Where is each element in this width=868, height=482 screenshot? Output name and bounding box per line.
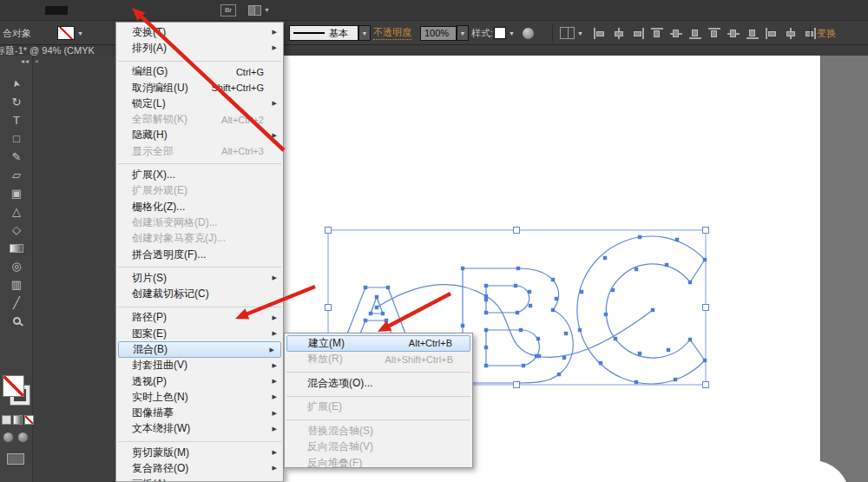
menu-item[interactable]: 取消编组(U) Shift+Ctrl+G — [116, 80, 283, 96]
fill-none-swatch — [57, 26, 75, 40]
shape-builder-tool[interactable]: ◇ — [0, 221, 33, 239]
menu-item[interactable]: 创建渐变网格(D)... — [116, 215, 283, 230]
fill-swatch-none[interactable] — [3, 375, 24, 397]
align-top[interactable] — [650, 28, 664, 39]
drawing-mode-icon[interactable] — [3, 432, 13, 442]
menu-item[interactable]: 反向混合轴(V) — [285, 439, 472, 456]
style-swatch-dropdown[interactable]: ▼ — [494, 21, 515, 45]
menu-item[interactable]: 拼合透明度(F)... — [116, 247, 283, 262]
menu-item[interactable] — [118, 304, 281, 307]
menu-item[interactable]: 排列(A) ▶ — [116, 40, 283, 56]
menu-item[interactable]: 图案(E) ▶ — [116, 326, 283, 341]
rotate-tool[interactable]: ↻ — [0, 93, 33, 111]
distribute-top[interactable] — [707, 28, 721, 39]
menubar-item[interactable] — [0, 6, 23, 15]
menu-item[interactable]: 创建裁切标记(C) — [116, 286, 283, 301]
menubar-item[interactable] — [113, 6, 135, 15]
bridge-icon[interactable]: Br — [220, 4, 236, 17]
menu-item[interactable]: 画板(A) ▶ — [116, 477, 283, 482]
menu-item[interactable]: 透视(P) ▶ — [116, 373, 283, 389]
perspective-grid-tool[interactable]: △ — [0, 202, 33, 221]
menu-item[interactable]: 显示全部 Alt+Ctrl+3 — [116, 143, 283, 159]
menu-item[interactable] — [118, 264, 281, 267]
align-bottom[interactable] — [688, 28, 702, 39]
menu-item[interactable] — [286, 393, 470, 397]
menu-item[interactable]: 建立(M) Alt+Ctrl+B — [286, 335, 470, 352]
menu-item[interactable]: 扩展(X)... — [116, 167, 283, 182]
menu-item[interactable] — [118, 439, 281, 442]
menu-item[interactable]: 锁定(L) ▶ — [116, 96, 283, 111]
fill-color-control[interactable]: ▼ — [57, 21, 83, 45]
menu-item[interactable] — [118, 161, 281, 164]
screen-mode-button[interactable] — [7, 453, 24, 465]
submenu-arrow-icon: ▶ — [273, 465, 277, 472]
menu-item[interactable]: 隐藏(H) ▶ — [116, 128, 283, 143]
menu-item[interactable]: 切片(S) ▶ — [116, 270, 283, 286]
align-h-center[interactable] — [612, 28, 626, 39]
menubar-item[interactable] — [181, 6, 203, 15]
gradient-button[interactable] — [13, 415, 23, 425]
menubar-item[interactable] — [68, 6, 90, 15]
menu-item[interactable]: 封套扭曲(V) ▶ — [116, 358, 283, 373]
menu-item[interactable]: 混合(B) ▶ — [118, 341, 281, 357]
workspace-layout-icon — [248, 5, 261, 16]
panel-close-icon[interactable]: × — [35, 57, 40, 65]
distribute-left[interactable] — [765, 28, 779, 39]
menu-item[interactable]: 编组(G) Ctrl+G — [116, 64, 283, 80]
graph-tool[interactable]: ▥ — [0, 275, 33, 294]
menubar-item[interactable] — [23, 6, 45, 15]
distribute-v-center[interactable] — [727, 28, 740, 39]
selection-tool[interactable]: ➤ — [0, 75, 33, 93]
menubar-item[interactable] — [158, 6, 181, 15]
menu-item[interactable]: 创建对象马赛克(J)... — [116, 231, 283, 247]
gradient-tool[interactable] — [0, 239, 33, 257]
menu-item[interactable]: 扩展(E) — [285, 399, 472, 416]
menubar-item[interactable] — [90, 6, 113, 15]
eraser-tool[interactable]: ▱ — [0, 166, 33, 184]
stroke-preset-dropdown[interactable]: 基本 ▼ — [289, 21, 371, 45]
knife-tool[interactable]: ╱ — [0, 294, 33, 312]
recolor-artwork-button[interactable] — [523, 21, 534, 45]
distribute-bottom[interactable] — [746, 28, 760, 39]
menu-item[interactable]: 混合选项(O)... — [285, 375, 472, 392]
transform-link[interactable]: 变换 — [817, 21, 836, 45]
opacity-value-dropdown[interactable]: 100% ▼ — [420, 21, 469, 45]
align-left[interactable] — [593, 28, 607, 39]
menu-item[interactable] — [286, 417, 470, 420]
align-right[interactable] — [631, 28, 645, 39]
type-tool[interactable]: T — [0, 111, 33, 129]
menu-item[interactable]: 全部解锁(K) Alt+Ctrl+2 — [116, 111, 283, 127]
zoom-tool[interactable] — [0, 312, 33, 330]
document-setup-dropdown[interactable]: ▼ — [560, 21, 583, 45]
menu-item[interactable]: 实时上色(N) ▶ — [116, 389, 283, 405]
menu-item[interactable]: 图像描摹 ▶ — [116, 406, 283, 421]
opacity-link[interactable]: 不透明度 — [373, 21, 411, 45]
distribute-h-center[interactable] — [784, 28, 798, 39]
workspace-switcher[interactable]: ▼ — [248, 5, 270, 16]
menubar-item[interactable] — [45, 6, 68, 15]
menu-item[interactable]: 文本绕排(W) ▶ — [116, 421, 283, 437]
menu-item[interactable]: 栅格化(Z)... — [116, 199, 283, 215]
menu-item[interactable] — [118, 58, 281, 62]
pencil-tool[interactable]: ✎ — [0, 148, 33, 166]
chevron-down-icon: ▼ — [460, 30, 466, 36]
stroke-preset-label: 基本 — [329, 27, 348, 40]
panel-collapse-icon[interactable]: ◂◂ — [21, 57, 30, 65]
menu-item[interactable]: 释放(R) Alt+Shift+Ctrl+B — [285, 352, 472, 368]
menu-item[interactable]: 反向堆叠(F) — [285, 455, 472, 468]
menu-item[interactable] — [286, 369, 470, 373]
menu-item[interactable]: 变换(T) ▶ — [116, 24, 283, 40]
none-button[interactable] — [24, 415, 34, 425]
rectangle-tool[interactable]: □ — [0, 129, 33, 148]
menu-item[interactable]: 剪切蒙版(M) ▶ — [116, 445, 283, 460]
menu-item[interactable]: 扩展外观(E) — [116, 183, 283, 199]
blend-tool[interactable]: ◎ — [0, 257, 33, 275]
color-button[interactable] — [2, 415, 11, 425]
align-v-center[interactable] — [669, 28, 683, 39]
artboard-tool[interactable]: ▣ — [0, 184, 33, 202]
drawing-mode-icon[interactable] — [18, 432, 28, 442]
menu-item[interactable]: 复合路径(O) ▶ — [116, 460, 283, 476]
menubar-item[interactable] — [135, 6, 158, 15]
menu-item[interactable]: 替换混合轴(S) — [285, 423, 472, 439]
menu-item[interactable]: 路径(P) ▶ — [116, 310, 283, 326]
